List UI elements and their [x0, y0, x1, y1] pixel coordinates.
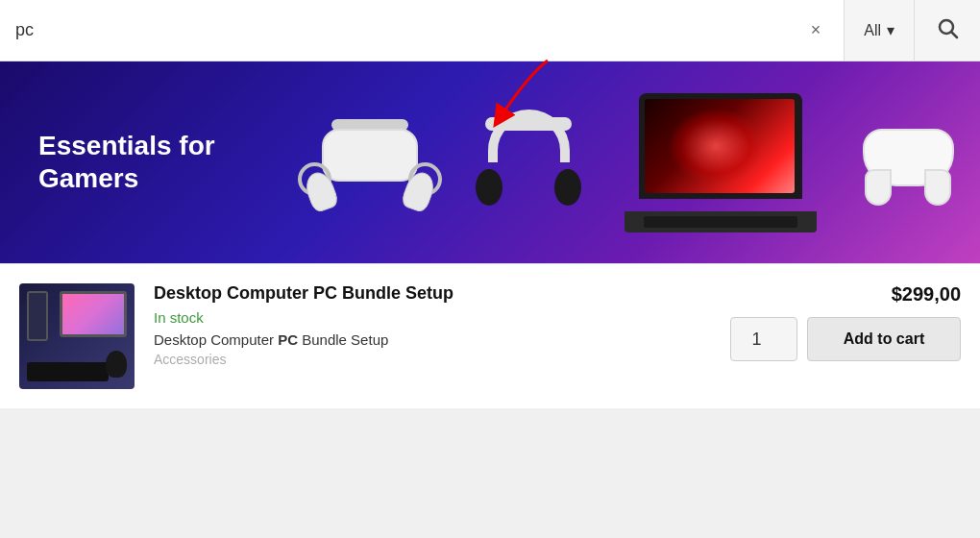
- banner: Essentials for Gamers: [0, 61, 980, 263]
- search-button[interactable]: [915, 0, 980, 61]
- headphones-image: [471, 100, 586, 225]
- search-icon: [936, 16, 959, 39]
- all-dropdown-label: All: [864, 22, 881, 39]
- banner-items: [288, 61, 980, 263]
- quantity-input[interactable]: [730, 317, 797, 361]
- laptop-image: [625, 93, 817, 232]
- svg-line-1: [952, 32, 958, 37]
- product-item: Desktop Computer PC Bundle Setup In stoc…: [19, 283, 961, 389]
- banner-text: Essentials for Gamers: [0, 130, 250, 194]
- game-controller-image: [855, 119, 961, 206]
- search-input[interactable]: [15, 20, 803, 40]
- product-details: Desktop Computer PC Bundle Setup In stoc…: [154, 283, 711, 367]
- dropdown-arrow-icon: ▾: [887, 21, 894, 39]
- vr-headset-image: [307, 110, 432, 215]
- product-category: Accessories: [154, 352, 711, 367]
- product-actions: Add to cart: [730, 317, 961, 361]
- search-input-wrapper: ×: [0, 0, 845, 61]
- product-right-panel: $299,00 Add to cart: [730, 283, 961, 361]
- product-description: Desktop Computer PC Bundle Setup: [154, 331, 711, 348]
- product-status: In stock: [154, 309, 711, 326]
- search-bar: × All ▾: [0, 0, 980, 61]
- product-price: $299,00: [892, 283, 961, 306]
- product-title: Desktop Computer PC Bundle Setup: [154, 283, 711, 304]
- product-image: [19, 283, 135, 389]
- all-dropdown[interactable]: All ▾: [845, 0, 915, 61]
- products-section: Desktop Computer PC Bundle Setup In stoc…: [0, 263, 980, 408]
- clear-button[interactable]: ×: [803, 16, 829, 44]
- add-to-cart-button[interactable]: Add to cart: [807, 317, 961, 361]
